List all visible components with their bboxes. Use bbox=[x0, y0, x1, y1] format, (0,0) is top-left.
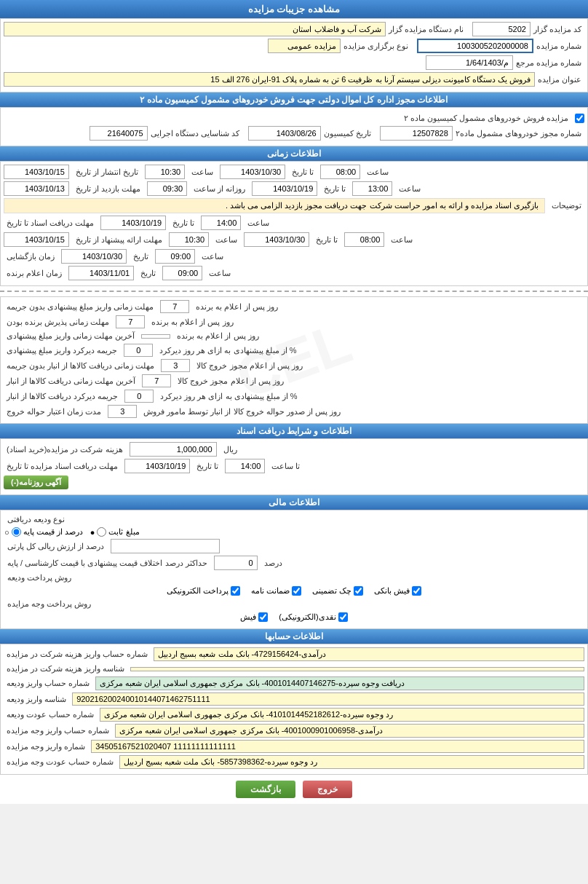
num-row-3: روز پس از اعلام به برنده آخرین مهلت زمان… bbox=[4, 331, 584, 342]
visit-from-time-value: 09:30 bbox=[147, 181, 187, 196]
participation-cost-row: ریال 1,000,000 هزینه شرکت در مزایده(خرید… bbox=[4, 442, 584, 457]
publish-to-time-value: 08:00 bbox=[320, 165, 360, 179]
exit-button[interactable]: خروج bbox=[303, 781, 352, 798]
cost-value: 1,000,000 bbox=[130, 442, 217, 457]
doc-deadline2-label: مهلت دریافت اسناد مزایده تا تاریخ bbox=[4, 461, 121, 472]
num-row-1: روز پس از اعلام به برنده 7 مهلت زمانی وا… bbox=[4, 300, 584, 313]
zemanat-checkbox[interactable] bbox=[292, 586, 301, 596]
accounts-section: درآمدی-4729156424- بانک ملت شعبه بسیج ار… bbox=[0, 644, 588, 775]
f2-suffix: روز پس از اعلام به برنده bbox=[148, 317, 236, 328]
visit-from-date-label: مهلت بازدید از تاریخ bbox=[73, 183, 143, 194]
publish-from-date-label: تاریخ انتشار از تاریخ bbox=[73, 167, 141, 178]
commission-num-value: 12507828 bbox=[380, 126, 453, 141]
f7-value: 0 bbox=[124, 390, 154, 403]
f3-value bbox=[141, 334, 170, 339]
winner-date-label-2: تاریخ bbox=[138, 268, 159, 279]
f4-suffix: % از مبلغ پیشنهادی به ازای هر روز دیرکرد bbox=[156, 345, 299, 356]
circle2-icon: ○ bbox=[4, 528, 9, 537]
fixed-option-label: مبلغ ثابت bbox=[108, 527, 139, 537]
account-label-7: شماره حساب عودت وجه مزایده bbox=[4, 757, 116, 767]
account-label-1: شناسه واریز هزینه شرکت در مزایده bbox=[4, 663, 127, 674]
main-info-section: کد مزایده گزار 5202 نام دستگاه مزایده گز… bbox=[0, 18, 588, 92]
base-price-radio[interactable] bbox=[12, 527, 21, 537]
num-row-6: روز پس از اعلام مجوز خروج کالا 7 آخرین م… bbox=[4, 374, 584, 387]
check-fish[interactable]: فیش bbox=[240, 612, 268, 622]
publish-to-date-label: تا تاریخ bbox=[289, 167, 317, 178]
row-ref-num: شماره مزایده مرجع م/1/64/1403 bbox=[4, 55, 584, 70]
f3-label: آخرین مهلت زمانی واریز مبلغ پیشنهادی bbox=[4, 331, 138, 342]
check-zemanat[interactable]: ضمانت نامه bbox=[251, 586, 301, 596]
commission-checkbox[interactable] bbox=[575, 114, 584, 123]
doc-deadline2-row: تا ساعت 14:00 تا تاریخ 1403/10/19 مهلت د… bbox=[4, 459, 584, 473]
chek-checkbox[interactable] bbox=[354, 586, 363, 596]
visit-to-date-value: 1403/10/19 bbox=[252, 181, 317, 196]
base-price-option[interactable]: درصد از قیمت پایه ○ bbox=[4, 527, 83, 537]
max-diff-value: 0 bbox=[214, 556, 258, 570]
account-row-3: 920216200240010144071462751111 شناسه وار… bbox=[4, 692, 584, 706]
f5-label: مهلت زمانی دریافت کالاها از انبار بدون ج… bbox=[4, 360, 157, 371]
check-fishe-banki[interactable]: فیش بانکی bbox=[374, 586, 421, 596]
footer-buttons: خروج بازگشت bbox=[0, 775, 588, 804]
check-nagdi[interactable]: نقدی(الکترونیکی) bbox=[279, 612, 347, 622]
num-row-8: روز پس از صدور حواله خروج کالا از انبار … bbox=[4, 405, 584, 418]
offer-to-time-label: ساعت bbox=[388, 234, 416, 245]
device-code-value: 21640075 bbox=[90, 126, 148, 141]
publish-from-time-value: 10:30 bbox=[145, 165, 185, 179]
f8-value: 3 bbox=[108, 405, 137, 418]
auction-type-label: نوع برگزاری مزایده bbox=[341, 41, 411, 52]
doc-deadline-row: ساعت 14:00 تا تاریخ 1403/10/19 مهلت دریا… bbox=[4, 216, 584, 230]
account-value-5: درآمدی-4001000901006958- بانک مرکزی جمهو… bbox=[115, 724, 584, 738]
check-chek[interactable]: چک تضمینی bbox=[312, 586, 363, 596]
f7-label: جریمه دیرکرد دریافت کالاها از انبار bbox=[4, 391, 121, 402]
back-button[interactable]: بازگشت bbox=[236, 781, 295, 798]
fish-checkbox[interactable] bbox=[258, 612, 268, 622]
visit-to-time-value: 13:00 bbox=[352, 181, 392, 196]
account-value-2: دریافت وجوه سپرده-4001014407146275- بانک… bbox=[95, 676, 584, 690]
winner-time-value: 09:00 bbox=[162, 266, 202, 280]
description-value: بازگیری اسناد مزایده و ارائه به امور حرا… bbox=[4, 198, 545, 213]
offer-deadline-row: ساعت 08:00 تا تاریخ 1403/10/30 ساعت 10:3… bbox=[4, 232, 584, 247]
commission-checkbox-label: مزایده فروش خودروهای مشمول کمیسیون ماده … bbox=[401, 113, 571, 124]
row-auction-num-type: شماره مزایده 1003005202000008 نوع برگزار… bbox=[4, 39, 584, 53]
nagdi-label: نقدی(الکترونیکی) bbox=[279, 612, 335, 622]
nagdi-checkbox[interactable] bbox=[338, 612, 348, 622]
visit-to-time-label: ساعت bbox=[396, 183, 424, 194]
main-container: مشاهده جزیبات مزایده کد مزایده گزار 5202… bbox=[0, 0, 588, 804]
f4-label: جریمه دیرکرد واریز مبلغ پیشنهادی bbox=[4, 345, 120, 356]
account-row-4: رد وجوه سیرده-4101014452182612- بانک مرک… bbox=[4, 708, 584, 722]
fixed-option[interactable]: مبلغ ثابت ● bbox=[90, 527, 140, 537]
account-value-6: 34505167521020407 11111111111111 bbox=[91, 740, 584, 753]
time-header: اطلاعات زمانی bbox=[0, 146, 588, 161]
account-label-3: شناسه واریز ودیعه bbox=[4, 694, 69, 705]
device-value: شرکت آب و فاضلاب استان bbox=[4, 22, 386, 36]
notice-button[interactable]: آگهی روزنامه(-) bbox=[4, 475, 68, 489]
fixed-radio[interactable] bbox=[97, 527, 106, 537]
account-row-6: 34505167521020407 11111111111111 شماره و… bbox=[4, 740, 584, 753]
fishe-banki-label: فیش بانکی bbox=[374, 586, 410, 596]
publish-date-row: ساعت 08:00 تا تاریخ 1403/10/30 ساعت 10:3… bbox=[4, 165, 584, 179]
payment-method-label: روش پرداخت ودیعه bbox=[4, 572, 74, 583]
publish-to-date-value: 1403/10/30 bbox=[220, 165, 285, 179]
cost-label: هزینه شرکت در مزایده(خرید اسناد) bbox=[4, 444, 126, 455]
f3-suffix: روز پس از اعلام به برنده bbox=[174, 331, 261, 342]
max-diff-row: درصد 0 حداکثر درصد اختلاف قیمت پیشنهادی … bbox=[4, 556, 584, 570]
winner-time-label: ساعت bbox=[206, 268, 234, 279]
open-time-row: ساعت 09:00 تاریخ 1403/10/30 زمان بازگشای… bbox=[4, 249, 584, 264]
f8-label: مدت زمان اعتبار حواله خروج bbox=[4, 406, 104, 417]
ref-num-value: م/1/64/1403 bbox=[426, 55, 513, 70]
offer-to-date-value: 1403/10/30 bbox=[244, 232, 309, 247]
account-label-5: شماره حساب واریز وجه مزایده bbox=[4, 725, 112, 736]
electronic-checkbox[interactable] bbox=[231, 586, 240, 596]
f5-suffix: روز پس از اعلام مجوز خروج کالا bbox=[194, 360, 305, 371]
num-row-7: % از مبلغ پیشنهادی به ازای هر روز دیرکرد… bbox=[4, 390, 584, 403]
f4-value: 0 bbox=[124, 344, 153, 357]
check-electronic[interactable]: پرداخت الکترونیکی bbox=[167, 586, 240, 596]
num-row-4: % از مبلغ پیشنهادی به ازای هر روز دیرکرد… bbox=[4, 344, 584, 357]
cash-label: روش پرداخت وجه مزایده bbox=[4, 599, 94, 609]
open-date-value: 1403/10/30 bbox=[61, 249, 127, 264]
doc-deadline2-from-label: تا تاریخ bbox=[194, 461, 221, 472]
auction-type-value: مزایده عمومی bbox=[268, 39, 341, 53]
account-row-0: درآمدی-4729156424- بانک ملت شعبه بسیج ار… bbox=[4, 647, 584, 661]
doc-deadline-date-value: 1403/10/19 bbox=[100, 216, 166, 230]
fishe-banki-checkbox[interactable] bbox=[412, 586, 421, 596]
